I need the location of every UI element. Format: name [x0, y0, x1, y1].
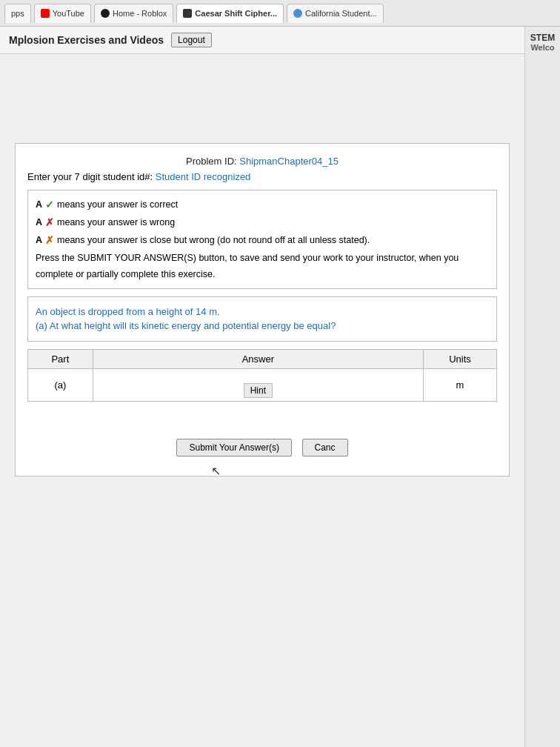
question-line1: An object is dropped from a height of 14…	[36, 305, 489, 319]
legend-close: A ✗ means your answer is close but wrong…	[36, 232, 489, 250]
submit-button[interactable]: Submit Your Answer(s)	[176, 439, 291, 456]
units-value: m	[456, 379, 464, 391]
col-units-header: Units	[423, 349, 496, 368]
student-id-label: Enter your 7 digit student id#:	[27, 171, 156, 182]
problem-id-value: ShipmanChapter04_15	[239, 156, 339, 167]
question-line2: (a) At what height will its kinetic ener…	[36, 319, 489, 333]
table-row: (a) Hint m	[28, 368, 497, 401]
check-icon: ✓	[45, 196, 54, 214]
page-content: Problem ID: ShipmanChapter04_15 Enter yo…	[0, 54, 524, 491]
x-orange-icon: ✗	[45, 232, 54, 250]
caesar-icon	[183, 9, 192, 18]
tab-california-label: California Student...	[305, 9, 377, 18]
legend-letter-a3: A	[36, 233, 42, 248]
legend-letter-a2: A	[36, 215, 42, 230]
tab-california[interactable]: California Student...	[287, 4, 384, 23]
spacer	[15, 69, 510, 128]
units-cell: m	[423, 368, 496, 401]
tab-youtube[interactable]: YouTube	[34, 4, 91, 23]
x-red-icon: ✗	[45, 214, 54, 232]
apps-text: pps	[11, 9, 24, 18]
legend-correct-text: means your answer is correct	[57, 197, 178, 213]
tab-roblox[interactable]: Home - Roblox	[94, 4, 173, 23]
legend-note: Press the SUBMIT YOUR ANSWER(S) button, …	[36, 250, 489, 282]
browser-tab-bar: pps YouTube Home - Roblox Caesar Shift C…	[0, 0, 560, 27]
tab-apps[interactable]: pps	[4, 4, 31, 23]
cursor-arrow: ↖	[211, 464, 221, 478]
welcome-label: Welco	[530, 43, 554, 52]
roblox-icon	[101, 9, 110, 18]
answer-input[interactable]	[99, 372, 417, 383]
question-box: An object is dropped from a height of 14…	[27, 296, 497, 342]
submit-area: Submit Your Answer(s) Canc	[27, 431, 497, 464]
student-id-status: Student ID recognized	[156, 171, 251, 182]
logout-button[interactable]: Logout	[171, 33, 212, 47]
legend-correct: A ✓ means your answer is correct	[36, 196, 489, 214]
legend-wrong: A ✗ means your answer is wrong	[36, 214, 489, 232]
top-nav: Mplosion Exercises and Videos Logout	[0, 27, 524, 54]
legend-close-text: means your answer is close but wrong (do…	[57, 233, 370, 248]
col-answer-header: Answer	[93, 349, 423, 368]
tab-caesar[interactable]: Caesar Shift Cipher...	[176, 4, 284, 23]
cancel-button[interactable]: Canc	[302, 439, 348, 456]
stem-label: STEM	[530, 33, 555, 43]
tab-youtube-label: YouTube	[53, 9, 84, 18]
youtube-icon	[41, 9, 50, 18]
problem-container: Problem ID: ShipmanChapter04_15 Enter yo…	[15, 143, 510, 477]
problem-id-label: Problem ID:	[186, 156, 239, 167]
california-icon	[293, 9, 302, 18]
legend-box: A ✓ means your answer is correct A ✗ mea…	[27, 190, 497, 289]
hint-button[interactable]: Hint	[244, 383, 273, 398]
student-id-line: Enter your 7 digit student id#: Student …	[27, 171, 497, 182]
tab-caesar-label: Caesar Shift Cipher...	[195, 9, 277, 18]
problem-id-line: Problem ID: ShipmanChapter04_15	[27, 156, 497, 167]
tab-roblox-label: Home - Roblox	[113, 9, 167, 18]
right-sidebar: STEM Welco	[524, 27, 560, 747]
table-header-row: Part Answer Units	[28, 349, 497, 368]
answer-cell[interactable]: Hint	[93, 368, 423, 401]
col-part-header: Part	[28, 349, 93, 368]
legend-letter-a1: A	[36, 197, 42, 213]
legend-wrong-text: means your answer is wrong	[57, 215, 175, 230]
part-cell: (a)	[28, 368, 93, 401]
main-panel: Mplosion Exercises and Videos Logout Pro…	[0, 27, 524, 747]
answer-table: Part Answer Units (a) Hint	[27, 349, 497, 402]
page-title: Mplosion Exercises and Videos	[9, 34, 164, 46]
content-area: Mplosion Exercises and Videos Logout Pro…	[0, 27, 560, 747]
